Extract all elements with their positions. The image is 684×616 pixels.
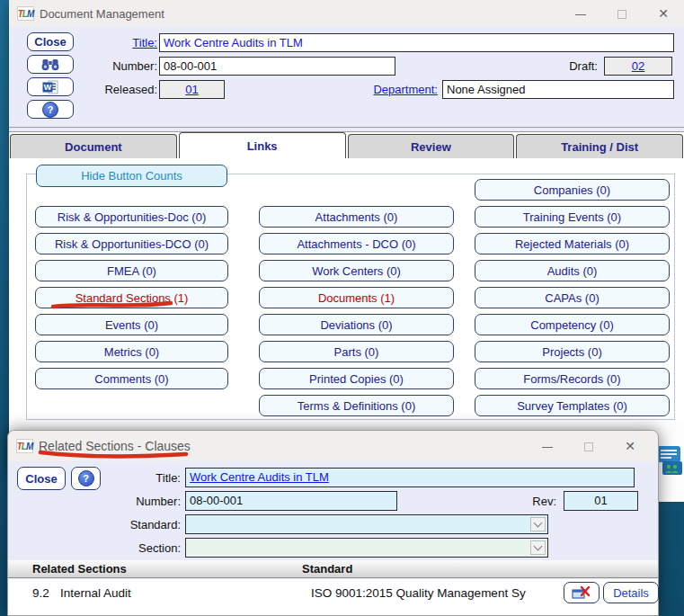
rs-window-title: Related Sections - Clauses xyxy=(39,439,191,453)
link-count-button[interactable]: Documents (1) xyxy=(259,287,454,308)
help-icon: ? xyxy=(78,470,94,487)
related-sections-window: TLM Related Sections - Clauses ✕ Close ?… xyxy=(7,430,659,616)
close-icon[interactable]: ✕ xyxy=(609,439,651,453)
dm-help-button[interactable]: ? xyxy=(27,100,74,119)
close-icon[interactable]: ✕ xyxy=(643,6,684,21)
link-count-button[interactable]: Parts (0) xyxy=(259,341,454,362)
released-label: Released: xyxy=(63,83,157,96)
rs-titlebar: TLM Related Sections - Clauses ✕ xyxy=(8,431,658,461)
links-column-3: Companies (0)Training Events (0)Rejected… xyxy=(475,179,670,416)
link-count-button[interactable]: Metrics (0) xyxy=(35,341,228,362)
released-field[interactable]: 01 xyxy=(159,80,225,99)
draft-field[interactable]: 02 xyxy=(604,57,672,76)
minimize-icon[interactable] xyxy=(527,439,568,453)
list-item[interactable]: 9.2 Internal Audit ISO 9001:2015 Quality… xyxy=(8,579,658,606)
tlm-app-icon: TLM xyxy=(17,6,34,21)
link-count-button[interactable]: Attachments (0) xyxy=(259,206,454,228)
section-combobox[interactable] xyxy=(185,538,548,558)
desktop: TLM Document Management ✕ Close xyxy=(0,0,684,616)
delete-record-icon xyxy=(572,586,591,600)
binoculars-icon xyxy=(40,58,60,71)
help-icon: ? xyxy=(42,102,58,118)
link-count-button[interactable]: Attachments - DCO (0) xyxy=(259,233,454,254)
link-count-button[interactable]: Work Centers (0) xyxy=(259,260,454,281)
contacts-shortcut-icon xyxy=(657,446,684,477)
department-label[interactable]: Department: xyxy=(297,83,438,96)
released-rev-link[interactable]: 01 xyxy=(185,83,198,96)
dropdown-button[interactable] xyxy=(530,540,546,555)
number-label: Number: xyxy=(63,59,157,73)
link-count-button[interactable]: Competency (0) xyxy=(475,314,670,335)
maximize-icon[interactable] xyxy=(601,6,643,21)
dm-window-title: Document Management xyxy=(40,7,164,21)
minimize-icon[interactable] xyxy=(560,6,601,21)
links-column-2: Attachments (0)Attachments - DCO (0)Work… xyxy=(259,206,454,416)
rs-title-link[interactable]: Work Centre Audits in TLM xyxy=(190,470,329,484)
chevron-down-icon xyxy=(534,542,543,551)
link-count-button[interactable]: CAPAs (0) xyxy=(475,287,670,308)
links-column-1: Risk & Opportunities-Doc (0)Risk & Oppor… xyxy=(35,206,228,389)
hide-button-counts-button[interactable]: Hide Button Counts xyxy=(36,165,227,187)
standard-name: ISO 9001:2015 Quality Management Sy xyxy=(311,586,559,600)
rs-title-label: Title: xyxy=(98,471,181,485)
link-count-button[interactable]: FMEA (0) xyxy=(35,260,228,281)
link-count-button[interactable]: Audits (0) xyxy=(475,260,670,281)
word-doc-icon: W xyxy=(42,80,58,94)
chevron-down-icon xyxy=(534,519,543,528)
link-count-button[interactable]: Deviations (0) xyxy=(259,314,454,335)
link-count-button[interactable]: Rejected Materials (0) xyxy=(475,233,670,254)
rs-title-field[interactable]: Work Centre Audits in TLM xyxy=(185,468,635,487)
link-count-button[interactable]: Risk & Opportunities-Doc (0) xyxy=(35,206,228,228)
details-button[interactable]: Details xyxy=(603,582,659,603)
rev-field[interactable]: 01 xyxy=(564,491,638,511)
section-number: 9.2 xyxy=(32,586,49,600)
svg-text:W: W xyxy=(44,83,52,92)
link-count-button[interactable]: Comments (0) xyxy=(35,368,228,389)
title-field[interactable]: Work Centre Audits in TLM xyxy=(159,33,674,52)
dropdown-button[interactable] xyxy=(530,517,546,531)
rs-number-label: Number: xyxy=(89,495,181,508)
draft-label: Draft: xyxy=(508,59,598,73)
link-count-button[interactable]: Companies (0) xyxy=(475,179,670,201)
tlm-app-icon: TLM xyxy=(16,439,33,453)
remove-link-button[interactable] xyxy=(564,582,600,603)
maximize-icon[interactable] xyxy=(568,439,609,453)
section-name: Internal Audit xyxy=(60,586,131,600)
related-sections-list: 9.2 Internal Audit ISO 9001:2015 Quality… xyxy=(8,579,658,615)
number-field[interactable]: 08-00-001 xyxy=(159,57,395,76)
department-field[interactable]: None Assigned xyxy=(442,80,674,99)
header-standard: Standard xyxy=(302,562,352,576)
link-count-button[interactable]: Terms & Definitions (0) xyxy=(259,395,454,416)
rs-number-field[interactable]: 08-00-001 xyxy=(185,491,397,511)
draft-rev-link[interactable]: 02 xyxy=(632,59,644,73)
standard-combobox[interactable] xyxy=(185,514,548,534)
title-label[interactable]: Title: xyxy=(63,36,157,49)
link-count-button[interactable]: Events (0) xyxy=(35,314,228,335)
link-count-button[interactable]: Training Events (0) xyxy=(475,206,670,228)
rs-close-button[interactable]: Close xyxy=(17,467,66,490)
tab-strip: DocumentLinksReviewTraining / Dist xyxy=(9,132,684,158)
standard-label: Standard: xyxy=(89,518,181,531)
link-count-button[interactable]: Risk & Opportunities-DCO (0) xyxy=(35,233,228,254)
list-header-row: Related Sections Standard xyxy=(8,560,658,578)
rs-help-button[interactable]: ? xyxy=(71,467,101,490)
tab-training-dist[interactable]: Training / Dist xyxy=(516,134,683,158)
dm-titlebar: TLM Document Management ✕ xyxy=(9,0,684,27)
tab-links[interactable]: Links xyxy=(179,132,346,158)
links-tab-content: Hide Button Counts Risk & Opportunities-… xyxy=(9,158,684,470)
tab-review[interactable]: Review xyxy=(348,134,515,158)
tab-document[interactable]: Document xyxy=(10,134,177,158)
link-count-button[interactable]: Standard Sections (1) xyxy=(35,287,228,308)
section-label: Section: xyxy=(89,541,181,555)
rev-label: Rev: xyxy=(493,495,556,508)
link-count-button[interactable]: Forms/Records (0) xyxy=(475,368,670,389)
header-related-sections: Related Sections xyxy=(32,562,127,576)
link-count-button[interactable]: Survey Templates (0) xyxy=(475,395,670,416)
link-count-button[interactable]: Printed Copies (0) xyxy=(259,368,454,389)
link-count-button[interactable]: Projects (0) xyxy=(475,341,670,362)
document-management-window: TLM Document Management ✕ Close xyxy=(9,0,684,470)
